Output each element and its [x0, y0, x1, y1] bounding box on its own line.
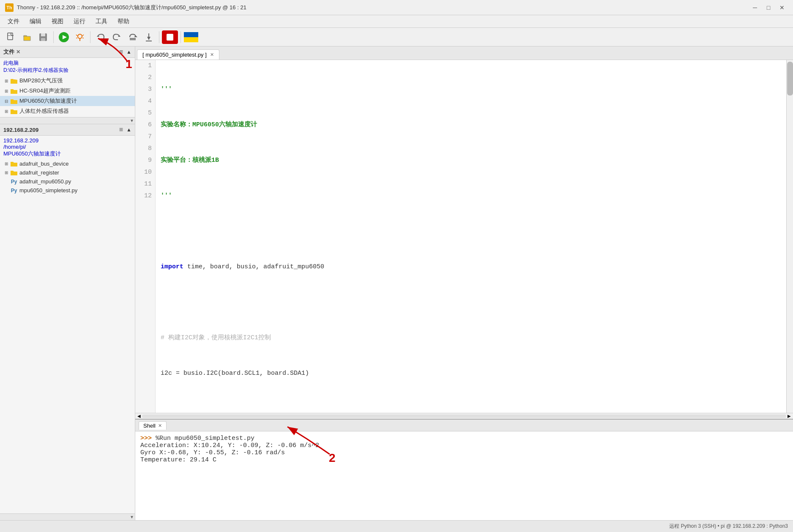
menu-edit[interactable]: 编辑	[25, 16, 46, 27]
code-line-5	[161, 226, 781, 237]
expand-icon: ⊞	[3, 170, 9, 176]
svg-point-7	[78, 34, 82, 38]
editor-tab-label: [ mpu6050_simpletest.py ]	[142, 52, 207, 58]
stop-button[interactable]	[162, 30, 178, 44]
minimize-button[interactable]: ─	[749, 3, 761, 12]
save-file-button[interactable]	[36, 30, 51, 45]
menu-tools[interactable]: 工具	[91, 16, 112, 27]
remote-tree-item-mpu6050py[interactable]: · Py adafruit_mpu6050.py	[0, 177, 135, 186]
file-panel-close[interactable]: ✕	[16, 49, 20, 55]
remote-scroll-up-btn[interactable]: ▲	[126, 127, 131, 133]
file-panel-scroll-up[interactable]: ▲	[126, 49, 131, 55]
shell-output-line-1: Acceleration: X:10.24, Y: -0.09, Z: -0.0…	[140, 442, 788, 449]
debug-button[interactable]	[72, 30, 88, 45]
step-over-button[interactable]	[125, 30, 140, 45]
shell-content[interactable]: >>> %Run mpu6050_simpletest.py Accelerat…	[135, 431, 793, 520]
local-tree-item-mpu6050[interactable]: ⊟ MPU6050六轴加速度计	[0, 96, 135, 106]
titlebar: Th Thonny - 192.168.2.209 :: /home/pi/MP…	[0, 0, 793, 15]
local-tree-item-bmp280[interactable]: ⊞ BMP280大气压强	[0, 76, 135, 86]
shell-output-line-2: Gyro X:-0.68, Y: -0.55, Z: -0.16 rad/s	[140, 449, 788, 456]
code-editor[interactable]: 1 2 3 4 5 6 7 8 9 10 11 12 ''' 实验名称：MPU6…	[135, 60, 793, 413]
toolbar-separator-1	[53, 31, 54, 43]
code-line-6: import time, board, busio, adafruit_mpu6…	[161, 261, 781, 273]
remote-path-subdir: MPU6050六轴加速度计	[3, 150, 131, 158]
local-tree-item-hcsr04[interactable]: ⊞ HC-SR04超声波测距	[0, 86, 135, 96]
local-tree-item-pir[interactable]: ⊞ 人体红外感应传感器	[0, 106, 135, 116]
shell-prompt: >>>	[140, 435, 152, 442]
menu-file[interactable]: 文件	[3, 16, 24, 27]
remote-item-label: adafruit_mpu6050.py	[19, 178, 71, 185]
code-line-4: '''	[161, 190, 781, 202]
right-panel: [ mpu6050_simpletest.py ] ✕ 1 2 3 4 5 6 …	[135, 46, 793, 520]
folder-icon	[10, 78, 18, 84]
menu-view[interactable]: 视图	[47, 16, 68, 27]
app-icon: Th	[5, 3, 14, 12]
editor-tab-simpletest[interactable]: [ mpu6050_simpletest.py ] ✕	[137, 49, 219, 60]
folder-icon	[10, 98, 18, 104]
local-item-label: HC-SR04超声波测距	[19, 87, 71, 95]
remote-scroll-down[interactable]: ▼	[130, 515, 134, 519]
svg-rect-4	[41, 38, 45, 41]
line-num-2: 2	[135, 72, 155, 84]
remote-panel-header: 192.168.2.209 ≡ ▲	[0, 124, 135, 136]
step-into-button[interactable]	[141, 30, 156, 45]
line-num-9: 9	[135, 155, 155, 166]
code-content[interactable]: ''' 实验名称：MPU6050六轴加速度计 实验平台：核桃派1B ''' im…	[156, 60, 786, 413]
scroll-right-btn[interactable]: ▶	[786, 414, 792, 418]
h-scrollbar-track[interactable]	[142, 415, 786, 418]
shell-output-line-3: Temperature: 29.14 C	[140, 456, 788, 464]
local-item-label: MPU6050六轴加速度计	[19, 97, 77, 105]
shell-tab-close[interactable]: ✕	[158, 423, 162, 428]
svg-rect-22	[184, 32, 198, 37]
maximize-button[interactable]: □	[763, 3, 774, 12]
svg-marker-19	[147, 37, 150, 40]
scroll-left-btn[interactable]: ◀	[136, 414, 142, 418]
shell-tab-label: Shell	[143, 423, 156, 429]
horizontal-scrollbar[interactable]: ◀ ▶	[135, 413, 793, 419]
folder-icon	[10, 161, 18, 167]
flag-button[interactable]	[183, 30, 199, 45]
remote-panel-menu[interactable]: ≡	[119, 126, 123, 134]
close-button[interactable]: ✕	[776, 3, 788, 12]
line-num-5: 5	[135, 107, 155, 119]
code-line-9: i2c = busio.I2C(board.SCL1, board.SDA1)	[161, 368, 781, 379]
new-file-button[interactable]	[3, 30, 19, 45]
menu-help[interactable]: 帮助	[113, 16, 134, 27]
shell-tab[interactable]: Shell ✕	[139, 421, 167, 430]
toolbar-separator-2	[90, 31, 90, 43]
open-file-button[interactable]	[19, 30, 35, 45]
file-panel-path[interactable]: 此电脑 D:\02-示例程序\2.传感器实验	[0, 58, 135, 75]
editor-scrollbar[interactable]	[786, 60, 793, 413]
editor-tab-close[interactable]: ✕	[210, 52, 214, 57]
line-num-11: 11	[135, 178, 155, 190]
local-file-tree: ⊞ BMP280大气压强 ⊞ HC-SR04超声波测距 ⊟ MPU6050六轴加…	[0, 75, 135, 117]
file-panel-menu[interactable]: ≡	[119, 48, 123, 56]
remote-tree-item-bus[interactable]: ⊞ adafruit_bus_device	[0, 159, 135, 168]
remote-item-label: mpu6050_simpletest.py	[19, 187, 77, 194]
run-button[interactable]	[56, 30, 71, 45]
editor-area: 1 2 3 4 5 6 7 8 9 10 11 12 ''' 实验名称：MPU6…	[135, 60, 793, 419]
expand-icon: ⊞	[3, 108, 9, 114]
local-scroll-down[interactable]: ▼	[130, 118, 134, 123]
remote-panel-path[interactable]: 192.168.2.209 /home/pi/ MPU6050六轴加速度计	[0, 136, 135, 158]
editor-tabs: [ mpu6050_simpletest.py ] ✕	[135, 46, 793, 60]
folder-icon	[10, 170, 18, 176]
redo-button[interactable]	[109, 30, 124, 45]
local-path-line1: 此电脑	[3, 60, 131, 67]
menu-run[interactable]: 运行	[69, 16, 90, 27]
expand-icon: ⊞	[3, 78, 9, 84]
remote-tree-item-simpletest[interactable]: · Py mpu6050_simpletest.py	[0, 186, 135, 195]
folder-icon	[10, 108, 18, 114]
shell-area: Shell ✕ >>> %Run mpu6050_simpletest.py A…	[135, 419, 793, 520]
toolbar	[0, 28, 793, 46]
python-file-icon: Py	[10, 179, 18, 185]
expand-icon: ⊟	[3, 98, 9, 104]
code-line-2: 实验名称：MPU6050六轴加速度计	[161, 119, 781, 131]
code-line-8: # 构建I2C对象，使用核桃派I2C1控制	[161, 332, 781, 344]
code-line-1: '''	[161, 84, 781, 95]
remote-tree-item-register[interactable]: ⊞ adafruit_register	[0, 168, 135, 177]
svg-rect-3	[41, 33, 45, 36]
scrollbar-thumb[interactable]	[787, 62, 793, 95]
undo-button[interactable]	[93, 30, 108, 45]
statusbar: 远程 Python 3 (SSH) • pi @ 192.168.2.209 :…	[0, 520, 793, 532]
